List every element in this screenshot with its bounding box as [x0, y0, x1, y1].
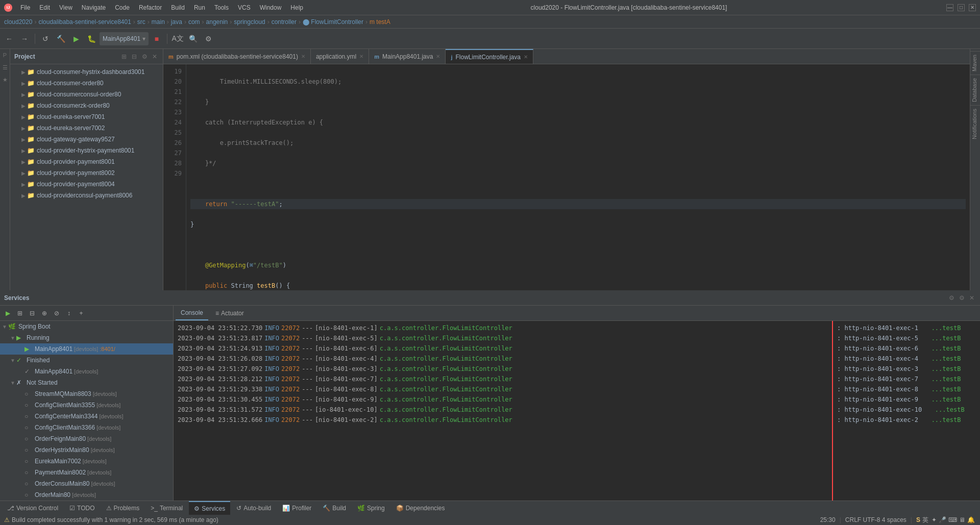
tab-mainapp[interactable]: m MainApp8401.java ✕ [369, 49, 446, 64]
svc-filter-btn[interactable]: ⊘ [51, 308, 62, 319]
console-log[interactable]: 2023-09-04 23:51:22.730 INFO 22072 --- [… [174, 321, 832, 501]
breadcrumb-project[interactable]: cloud2020 [4, 18, 32, 26]
breadcrumb-controller[interactable]: controller [272, 18, 297, 26]
toolbar-debug[interactable]: 🐛 [84, 32, 99, 46]
toolbar-translate[interactable]: A文 [170, 32, 185, 46]
breadcrumb-class[interactable]: ⬤ FlowLimitController [303, 18, 363, 26]
notifications-panel-label[interactable]: Notifications [970, 105, 980, 142]
menu-code[interactable]: Code [111, 3, 134, 12]
toolbar-back[interactable]: ← [2, 32, 16, 46]
tree-item-consul8006[interactable]: ▶ 📁 cloud-providerconsul-payment8006 [10, 190, 163, 201]
run-config-dropdown[interactable]: MainApp8401 ▾ [100, 32, 149, 45]
panel-icon-expand[interactable]: ⊞ [120, 53, 128, 61]
svc-configclient3366[interactable]: ○ ConfigClientMain3366 [devtools] [0, 422, 173, 433]
tab-terminal[interactable]: >_ Terminal [145, 501, 188, 515]
structure-icon[interactable]: ☰ [1, 63, 9, 71]
tree-item-payment8004[interactable]: ▶ 📁 cloud-provider-payment8004 [10, 179, 163, 190]
tab-problems[interactable]: ⚠ Problems [101, 501, 145, 515]
menu-build[interactable]: Build [167, 3, 189, 12]
svc-orderfeign80[interactable]: ○ OrderFeignMain80 [devtools] [0, 433, 173, 444]
tab-spring[interactable]: 🌿 Spring [352, 501, 390, 515]
database-panel-label[interactable]: Database [970, 74, 980, 105]
menu-refactor[interactable]: Refactor [135, 3, 166, 12]
svc-orderhystrix[interactable]: ○ OrderHystrixMain80 [devtools] [0, 444, 173, 456]
tab-dependencies[interactable]: 📦 Dependencies [391, 501, 450, 515]
services-close-icon[interactable]: ✕ [968, 294, 976, 302]
svc-mainapp8401-running[interactable]: ▶ MainApp8401 [devtools] :8401/ [0, 343, 173, 355]
console-tab-actuator[interactable]: ≡ Actuator [210, 306, 249, 320]
tree-item-hystrix8001[interactable]: ▶ 📁 cloud-provider-hystrix-payment8001 [10, 145, 163, 156]
tree-item-order80[interactable]: ▶ 📁 cloud-consumer-order80 [10, 78, 163, 89]
code-editor[interactable]: TimeUnit.MILLISECONDS.sleep(800); } catc… [186, 64, 970, 290]
toolbar-run[interactable]: ▶ [69, 32, 83, 46]
svc-notstarted-group[interactable]: ▼ ✗ Not Started [0, 377, 173, 388]
tab-pom[interactable]: m pom.xml (cloudalibaba-sentinel-service… [163, 49, 311, 64]
menu-help[interactable]: Help [286, 3, 307, 12]
menu-tools[interactable]: Tools [210, 3, 233, 12]
menu-window[interactable]: Window [256, 3, 286, 12]
minimize-button[interactable]: — [946, 4, 953, 11]
svc-group-btn[interactable]: ⊕ [39, 308, 50, 319]
breadcrumb-method[interactable]: m testA [370, 18, 390, 26]
breadcrumb-java[interactable]: java [171, 18, 182, 26]
menu-view[interactable]: View [55, 3, 77, 12]
toolbar-stop[interactable]: ■ [150, 32, 164, 46]
svc-add-btn[interactable]: + [76, 308, 87, 319]
svc-order80[interactable]: ○ OrderMain80 [devtools] [0, 489, 173, 501]
toolbar-build[interactable]: 🔨 [54, 32, 68, 46]
tree-item-gateway[interactable]: ▶ 📁 cloud-gateway-gateway9527 [10, 134, 163, 145]
tree-item-eureka7001[interactable]: ▶ 📁 cloud-eureka-server7001 [10, 111, 163, 122]
tree-item-payment8002[interactable]: ▶ 📁 cloud-provider-payment8002 [10, 167, 163, 179]
toolbar-refresh[interactable]: ↺ [38, 32, 53, 46]
tab-build[interactable]: 🔨 Build [317, 501, 351, 515]
project-icon[interactable]: P [1, 51, 9, 59]
tree-item-zk80[interactable]: ▶ 📁 cloud-consumerzk-order80 [10, 100, 163, 111]
tab-pom-close[interactable]: ✕ [301, 54, 305, 59]
bookmark-icon[interactable]: ★ [1, 76, 9, 84]
close-button[interactable]: ✕ [969, 4, 976, 11]
svc-springboot-group[interactable]: ▼ 🌿 Spring Boot [0, 321, 173, 332]
breadcrumb-module[interactable]: cloudalibaba-sentinel-service8401 [38, 18, 131, 26]
maven-panel-label[interactable]: Maven [970, 51, 980, 74]
tab-services[interactable]: ⚙ Services [189, 501, 230, 515]
svc-payment8002[interactable]: ○ PaymentMain8002 [devtools] [0, 467, 173, 478]
panel-icon-close[interactable]: ✕ [151, 53, 159, 61]
tab-flowlimit[interactable]: j FlowLimitController.java ✕ [446, 49, 533, 64]
tree-item-eureka7002[interactable]: ▶ 📁 cloud-eureka-server7002 [10, 122, 163, 134]
svc-sort-btn[interactable]: ↕ [63, 308, 75, 319]
tab-version-control[interactable]: ⎇ Version Control [2, 501, 63, 515]
svc-expand-btn[interactable]: ⊞ [14, 308, 26, 319]
svc-collapse-btn[interactable]: ⊟ [27, 308, 38, 319]
svc-running-group[interactable]: ▼ ▶ Running [0, 332, 173, 343]
tab-profiler[interactable]: 📊 Profiler [277, 501, 316, 515]
menu-run[interactable]: Run [190, 3, 209, 12]
toolbar-forward[interactable]: → [17, 32, 32, 46]
toolbar-search[interactable]: 🔍 [186, 32, 200, 46]
breadcrumb-com[interactable]: com [188, 18, 200, 26]
menu-navigate[interactable]: Navigate [78, 3, 110, 12]
svc-streammq[interactable]: ○ StreamMQMain8803 [devtools] [0, 388, 173, 399]
tree-item-consul80[interactable]: ▶ 📁 cloud-consumerconsul-order80 [10, 89, 163, 100]
services-options-icon[interactable]: ⚙ [958, 294, 966, 302]
tab-yml-close[interactable]: ✕ [359, 54, 363, 59]
breadcrumb-src[interactable]: src [137, 18, 145, 26]
panel-icon-settings[interactable]: ⚙ [140, 53, 149, 61]
svc-eureka7002[interactable]: ○ EurekaMain7002 [devtools] [0, 456, 173, 467]
tab-flowlimit-close[interactable]: ✕ [524, 54, 528, 60]
tab-autobuild[interactable]: ↺ Auto-build [231, 501, 276, 515]
svc-finished-group[interactable]: ▼ ✓ Finished [0, 355, 173, 366]
menu-vcs[interactable]: VCS [234, 3, 255, 12]
svc-orderconsul[interactable]: ○ OrderConsulMain80 [devtools] [0, 478, 173, 489]
breadcrumb-main[interactable]: main [152, 18, 165, 26]
maximize-button[interactable]: □ [958, 4, 965, 11]
toolbar-settings[interactable]: ⚙ [201, 32, 215, 46]
svc-mainapp8401-finished[interactable]: ✓ MainApp8401 [devtools] [0, 366, 173, 377]
tab-mainapp-close[interactable]: ✕ [436, 54, 440, 59]
breadcrumb-springcloud[interactable]: springcloud [234, 18, 265, 26]
tab-todo[interactable]: ☑ TODO [64, 501, 100, 515]
svc-run-btn[interactable]: ▶ [2, 308, 13, 319]
breadcrumb-angenin[interactable]: angenin [206, 18, 228, 26]
menu-edit[interactable]: Edit [35, 3, 54, 12]
tree-item-payment8001[interactable]: ▶ 📁 cloud-provider-payment8001 [10, 156, 163, 167]
menu-file[interactable]: File [16, 3, 34, 12]
